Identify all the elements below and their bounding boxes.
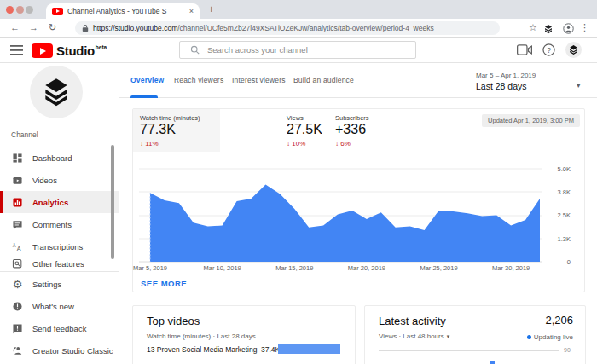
window-close-button[interactable] [6,6,14,14]
creator-studio-classic-icon [11,344,24,357]
watch-time-area-chart [139,163,542,263]
create-video-icon[interactable] [517,44,532,55]
y-axis-label: 3.8K [542,188,571,196]
tab-close-icon[interactable]: × [189,7,194,15]
card-subtitle: Watch time (minutes) · Last 28 days [147,332,256,340]
help-icon[interactable]: ? [542,43,555,56]
browser-tab[interactable]: Channel Analytics - YouTube S × [46,3,200,19]
caret-down-icon[interactable]: ▾ [577,81,581,90]
studio-sidebar: Channel Dashboard Videos Analytics Comme… [0,63,119,364]
sidebar-scrollbar[interactable] [111,145,114,259]
sparkline-baseline [379,350,559,351]
youtube-favicon [52,8,63,15]
browser-tabstrip: Channel Analytics - YouTube S × + [0,0,597,19]
whats-new-icon [11,300,24,313]
sidebar-item-settings[interactable]: ⚙ Settings [0,273,119,295]
area-chart-svg [139,163,542,263]
browser-profile-icon[interactable] [563,23,574,34]
x-axis-labels: Mar 5, 2019Mar 10, 2019Mar 15, 2019Mar 2… [139,264,542,274]
back-icon[interactable]: ← [10,22,20,32]
sidebar-item-send-feedback[interactable]: Send feedback [0,317,119,339]
analytics-main: Overview Reach viewers Interest viewers … [119,63,597,364]
y-axis-label: 5.0K [542,165,571,173]
top-video-row[interactable]: 13 Proven Social Media Marketing Tips f.… [147,345,258,354]
search-icon [190,45,200,55]
url-origin: https://studio.youtube.com [93,24,177,32]
other-features-icon [11,257,24,270]
sidebar-item-creator-studio-classic[interactable]: Creator Studio Classic [0,339,119,361]
x-axis-label: Mar 5, 2019 [133,264,167,272]
sidebar-item-other-features[interactable]: Other features [0,256,119,271]
toolbar-divider [559,23,559,34]
top-video-bar [278,344,340,354]
svg-text:Ā: Ā [13,242,16,247]
metric-watch-time[interactable]: Watch time (minutes) 77.3K ↓ 11% [133,109,220,152]
updating-live-badge: Updating live [527,333,573,341]
reload-icon[interactable]: ↻ [49,22,56,33]
svg-text:A: A [17,244,21,251]
tab-overview[interactable]: Overview [130,76,164,84]
caret-down-icon: ▾ [447,333,450,339]
tab-title: Channel Analytics - YouTube S [67,7,185,15]
url-text: https://studio.youtube.com/channel/UCfe5… [93,24,434,32]
y-axis-label: 2.5K [542,211,571,219]
date-range-selector[interactable]: Last 28 days [476,81,527,91]
sidebar-item-comments[interactable]: Comments [0,213,119,235]
analytics-tabbar: Overview Reach viewers Interest viewers … [119,63,597,98]
sidebar-divider [0,271,119,272]
forward-icon[interactable]: → [29,22,38,32]
channel-avatar[interactable] [30,66,83,118]
svg-text:?: ? [547,46,551,55]
card-title: Top videos [147,315,200,327]
new-tab-button[interactable]: + [208,3,215,15]
card-title: Latest activity [379,315,446,327]
bookmark-star-icon[interactable]: ☆ [529,22,537,33]
x-axis-label: Mar 30, 2019 [492,264,530,272]
tab-interest-viewers[interactable]: Interest viewers [232,76,286,84]
settings-gear-icon: ⚙ [11,278,24,291]
comments-icon [11,218,24,231]
see-more-link[interactable]: SEE MORE [141,279,187,288]
x-axis-label: Mar 20, 2019 [348,264,385,272]
youtube-play-icon [32,43,53,58]
address-bar[interactable]: https://studio.youtube.com/channel/UCfe5… [75,21,500,35]
latest-activity-filter[interactable]: Views · Last 48 hours▾ [379,332,449,340]
tab-build-an-audience[interactable]: Build an audience [293,76,354,84]
layers-logo-icon [568,44,579,55]
account-avatar[interactable] [565,42,582,58]
url-path: /channel/UCfe5mZb27l49XSATiOZeKJw/analyt… [177,24,433,32]
window-zoom-button[interactable] [26,6,33,14]
youtube-studio-logo[interactable]: Studio beta [32,43,107,58]
dashboard-icon [11,152,24,165]
search-input[interactable] [207,45,415,55]
sidebar-item-whats-new[interactable]: What's new [0,295,119,317]
down-arrow-icon: ↓ [287,140,290,147]
overview-card: Watch time (minutes) 77.3K ↓ 11% Views 2… [132,108,585,292]
layers-logo-icon [40,76,72,108]
sidebar-item-dashboard[interactable]: Dashboard [0,147,119,169]
browser-toolbar: ← → ↻ https://studio.youtube.com/channel… [0,19,597,38]
window-minimize-button[interactable] [16,6,24,14]
sidebar-item-videos[interactable]: Videos [0,169,119,191]
down-arrow-icon: ↓ [335,140,339,147]
browser-window: Channel Analytics - YouTube S × + ← → ↻ … [0,0,597,364]
latest-activity-card: Latest activity 2,206 Views · Last 48 ho… [364,305,586,364]
browser-menu-dots-icon[interactable]: ⋮ [580,22,589,33]
sidebar-item-analytics[interactable]: Analytics [0,191,119,213]
sparkline-bar [490,361,495,364]
active-tab-underline [130,95,158,98]
top-videos-card: Top videos Watch time (minutes) · Last 2… [132,305,356,364]
hamburger-menu-icon[interactable] [10,45,23,55]
date-range-text: Mar 5 – Apr 1, 2019 [476,72,536,79]
logo-text: Studio [56,43,95,58]
sparkline-axis-label: 90 [564,347,571,353]
sidebar-item-transcriptions[interactable]: ĀA Transcriptions [0,235,119,257]
videos-icon [11,174,24,187]
x-axis-label: Mar 10, 2019 [204,264,241,272]
transcriptions-icon: ĀA [11,240,24,253]
studio-header: Studio beta ? [0,38,597,63]
tab-reach-viewers[interactable]: Reach viewers [174,76,223,84]
extension-icon[interactable] [543,24,554,34]
top-video-value: 37.4K [261,345,280,354]
y-axis-label: 1.3K [542,235,571,243]
